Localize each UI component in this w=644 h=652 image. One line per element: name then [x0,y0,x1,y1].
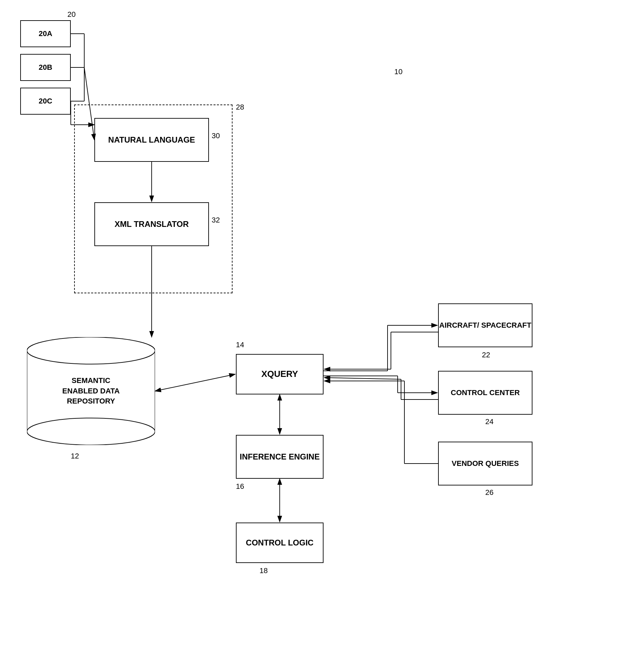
ref-label-26: 26 [485,488,493,497]
svg-line-29 [324,378,401,379]
box-control-center: CONTROL CENTER [438,371,532,415]
box-xquery: XQUERY [236,354,324,395]
ref-label-24: 24 [485,417,493,426]
box-control-logic: CONTROL LOGIC [236,522,324,563]
box-xml-translator: XML TRANSLATOR [94,202,209,246]
svg-point-2 [27,418,155,445]
ref-label-10: 10 [394,67,402,76]
svg-point-1 [27,337,155,364]
diagram-container: 10 20 20A 20B 20C 28 NATURAL LANGUAGE 30… [0,0,644,652]
box-inference-engine: INFERENCE ENGINE [236,435,324,479]
semantic-repo-text: SEMANTICENABLED DATAREPOSITORY [62,376,120,407]
box-20c: 20C [20,88,71,115]
box-vendor-queries: VENDOR QUERIES [438,442,532,486]
ref-label-18: 18 [259,566,268,575]
box-aircraft: AIRCRAFT/ SPACECRAFT [438,303,532,347]
ref-label-28: 28 [236,103,244,112]
svg-line-15 [155,374,235,391]
ref-label-20: 20 [67,10,76,19]
box-20b: 20B [20,54,71,81]
ref-label-16: 16 [236,482,244,491]
box-20a: 20A [20,20,71,47]
cylinder-semantic-repo: SEMANTICENABLED DATAREPOSITORY [27,337,155,445]
ref-label-32: 32 [212,216,220,224]
ref-label-14: 14 [236,341,244,349]
box-natural-language: NATURAL LANGUAGE [94,118,209,162]
ref-label-22: 22 [482,351,490,359]
ref-label-30: 30 [212,132,220,140]
ref-label-12: 12 [71,452,79,461]
